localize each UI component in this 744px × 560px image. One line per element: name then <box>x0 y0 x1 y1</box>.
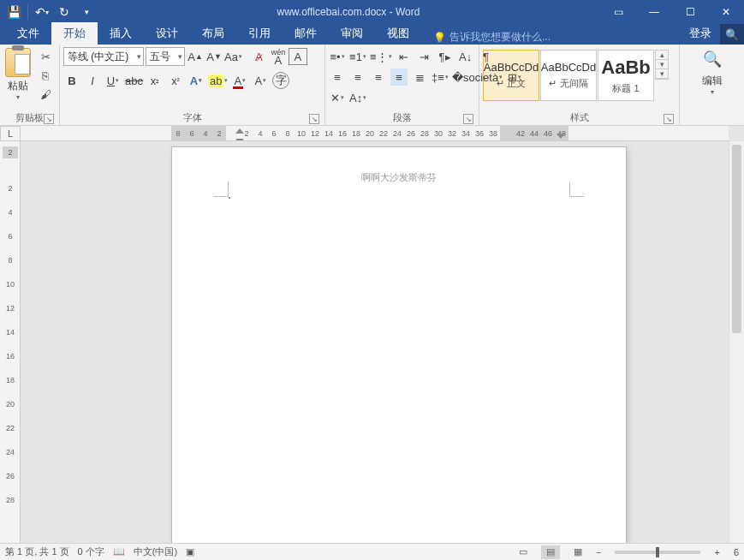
align-center-button[interactable]: ≡ <box>349 69 366 86</box>
show-marks-button[interactable]: ¶ <box>478 48 495 65</box>
horizontal-ruler[interactable]: 8642246810121416182022242628303234363842… <box>21 126 729 141</box>
align-right-button[interactable]: ≡ <box>370 69 387 86</box>
undo-icon[interactable]: ↶▾ <box>32 2 52 22</box>
tab-insert[interactable]: 插入 <box>98 22 144 45</box>
font-size-combo[interactable]: 五号▾ <box>146 47 185 66</box>
tell-me-search[interactable]: 💡 告诉我您想要做什么... <box>433 30 551 45</box>
superscript-button[interactable]: x² <box>167 72 184 89</box>
align-justify-button[interactable]: ≡ <box>390 69 408 86</box>
clear-formatting-icon[interactable]: A̷ <box>251 48 268 65</box>
highlight-button[interactable]: ab▾ <box>208 72 228 89</box>
zoom-value[interactable]: 6 <box>734 547 739 557</box>
increase-indent-button[interactable]: ⇥ <box>416 48 433 65</box>
style-heading1[interactable]: AaBb 标题 1 <box>598 50 654 101</box>
vertical-ruler[interactable]: 2 246810121416182022242628 <box>0 141 21 543</box>
font-color-button[interactable]: A▾ <box>231 72 248 89</box>
group-label-styles: 样式 ↘ <box>483 111 676 125</box>
clipboard-dialog-launcher[interactable]: ↘ <box>44 114 54 124</box>
underline-button[interactable]: U▾ <box>104 72 122 89</box>
tab-home[interactable]: 开始 <box>51 22 98 45</box>
macro-record-icon[interactable]: ▣ <box>186 546 194 557</box>
bold-button[interactable]: B <box>63 72 80 89</box>
sort-az-button[interactable]: A↕▾ <box>349 89 366 106</box>
multilevel-list-button[interactable]: ≡⋮▾ <box>370 48 392 65</box>
style-no-spacing[interactable]: AaBbCcDd ↵ 无间隔 <box>540 50 597 101</box>
ruler-corner[interactable]: L <box>0 126 21 141</box>
edit-dropdown-icon[interactable]: ▾ <box>711 88 714 96</box>
proofing-icon[interactable]: 📖 <box>113 546 125 557</box>
format-painter-icon[interactable]: 🖌 <box>38 87 53 101</box>
tab-references[interactable]: 引用 <box>236 22 283 45</box>
zoom-out-button[interactable]: − <box>596 547 601 557</box>
lightbulb-icon: 💡 <box>433 32 446 44</box>
grow-font-button[interactable]: A▲ <box>187 48 204 65</box>
italic-button[interactable]: I <box>84 72 101 89</box>
numbering-button[interactable]: ≡1▾ <box>349 48 366 65</box>
vertical-scrollbar[interactable] <box>729 141 744 543</box>
distributed-button[interactable]: ≣ <box>411 69 428 86</box>
status-page[interactable]: 第 1 页, 共 1 页 <box>5 545 69 558</box>
styles-dialog-launcher[interactable]: ↘ <box>664 114 674 124</box>
zoom-slider[interactable] <box>615 551 700 554</box>
tab-review[interactable]: 审阅 <box>329 22 375 45</box>
maximize-icon[interactable]: ☐ <box>672 0 708 24</box>
enclose-characters-button[interactable]: 字 <box>272 72 289 89</box>
right-indent-marker-icon[interactable] <box>557 134 565 139</box>
character-border-button[interactable]: A <box>289 48 307 65</box>
paste-button[interactable]: 粘贴 <box>8 79 28 93</box>
close-icon[interactable]: ✕ <box>708 0 744 24</box>
align-left-button[interactable]: ≡ <box>329 69 346 86</box>
paste-icon[interactable] <box>5 48 31 77</box>
font-dialog-launcher[interactable]: ↘ <box>309 114 319 124</box>
text-effects-button[interactable]: A▾ <box>187 72 205 89</box>
scrollbar-thumb[interactable] <box>732 145 741 333</box>
tab-layout[interactable]: 布局 <box>190 22 236 45</box>
sign-in-link[interactable]: 登录 <box>681 22 720 45</box>
styles-scroll-down-icon[interactable]: ▾ <box>656 60 668 69</box>
sort-button[interactable]: A↓ <box>457 48 474 65</box>
tab-mailings[interactable]: 邮件 <box>283 22 329 45</box>
ltr-direction-button[interactable]: ¶▸ <box>437 48 454 65</box>
status-word-count[interactable]: 0 个字 <box>78 545 104 558</box>
ribbon-tabs: 文件 开始 插入 设计 布局 引用 邮件 审阅 视图 💡 告诉我您想要做什么..… <box>0 24 744 45</box>
redo-icon[interactable]: ↻ <box>54 2 74 22</box>
paste-dropdown-icon[interactable]: ▾ <box>16 93 20 101</box>
print-layout-icon[interactable]: ▤ <box>541 545 560 559</box>
qat-customize-icon[interactable]: ▾ <box>76 2 97 22</box>
edit-button[interactable]: 编辑 <box>702 74 723 88</box>
strikethrough-button[interactable]: abc <box>125 72 143 89</box>
zoom-in-button[interactable]: + <box>714 547 719 557</box>
shading-button[interactable]: �società▾ <box>452 69 503 86</box>
tab-view[interactable]: 视图 <box>375 22 421 45</box>
borders-button[interactable]: ⊞▾ <box>506 69 523 86</box>
read-mode-icon[interactable]: ▭ <box>514 545 533 559</box>
web-layout-icon[interactable]: ▦ <box>568 545 587 559</box>
bullets-button[interactable]: ≡•▾ <box>329 48 346 65</box>
font-family-combo[interactable]: 等线 (中文正)▾ <box>63 47 144 66</box>
styles-expand-icon[interactable]: ▾ <box>656 69 668 79</box>
styles-scroll-up-icon[interactable]: ▴ <box>656 51 668 60</box>
change-case-button[interactable]: Aa▾ <box>224 48 242 65</box>
phonetic-guide-button[interactable]: wénA <box>270 48 287 65</box>
copy-icon[interactable]: ⎘ <box>38 69 53 82</box>
paragraph-dialog-launcher[interactable]: ↘ <box>463 114 473 124</box>
snap-to-grid-button[interactable]: ✕▾ <box>329 89 346 106</box>
zoom-slider-thumb[interactable] <box>656 547 659 557</box>
tab-design[interactable]: 设计 <box>144 22 190 45</box>
tab-file[interactable]: 文件 <box>5 22 51 45</box>
character-shading-button[interactable]: A▾ <box>252 72 269 89</box>
document-area[interactable]: 啊啊大沙发斯蒂芬 <box>21 141 729 543</box>
cut-icon[interactable]: ✂ <box>38 50 53 63</box>
search-pane-icon[interactable]: 🔍 <box>720 24 744 45</box>
minimize-icon[interactable]: — <box>636 0 672 24</box>
line-spacing-button[interactable]: ‡≡▾ <box>432 69 449 86</box>
subscript-button[interactable]: x₂ <box>146 72 164 89</box>
shrink-font-button[interactable]: A▼ <box>205 48 223 65</box>
indent-marker-icon[interactable] <box>235 128 244 139</box>
decrease-indent-button[interactable]: ⇤ <box>396 48 413 65</box>
find-icon[interactable]: 🔍 <box>703 50 722 69</box>
page[interactable]: 啊啊大沙发斯蒂芬 <box>171 146 627 543</box>
status-language[interactable]: 中文(中国) <box>134 545 177 558</box>
ribbon-options-icon[interactable]: ▭ <box>600 0 636 24</box>
save-icon[interactable]: 💾 <box>3 2 24 22</box>
